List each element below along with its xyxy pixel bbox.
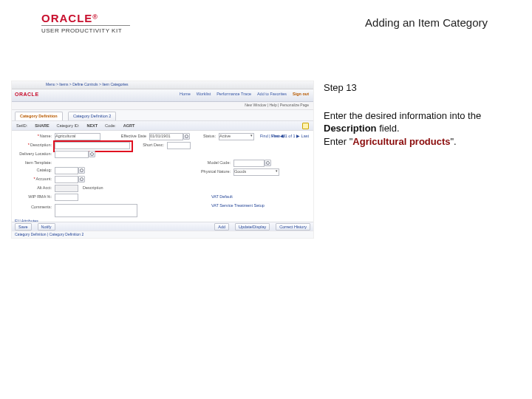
- modelcode-lookup-icon[interactable]: [265, 160, 271, 166]
- tabstrip: Category Definition Category Definition …: [12, 110, 313, 121]
- oracle-logo: ORACLE®: [41, 12, 98, 24]
- account-label: Account:: [15, 177, 52, 181]
- delivloc-lookup-icon[interactable]: [89, 151, 95, 157]
- shortdesc-label: Short Desc:: [134, 143, 164, 147]
- update-button[interactable]: Update/Display: [235, 223, 270, 231]
- delivloc-input[interactable]: [55, 151, 89, 158]
- add-button[interactable]: Add: [214, 223, 229, 231]
- wip-label: WIP RMA %:: [15, 194, 52, 199]
- catalog-lookup-icon[interactable]: [78, 167, 85, 174]
- tab-category-definition[interactable]: Category Definition: [15, 112, 63, 120]
- catid-value: NEXT: [86, 123, 98, 128]
- form-area: Name: Agricultural Effective Date 01/01/…: [12, 131, 313, 219]
- altacct-label: Alt Acct:: [15, 185, 52, 190]
- physnature-select[interactable]: Goods: [233, 168, 279, 176]
- code-value: AGRT: [123, 123, 135, 128]
- detail-header: SetID: SHARE Category ID: NEXT Code: AGR…: [12, 121, 313, 131]
- action-bar: Save Notify Add Update/Display Correct H…: [12, 222, 313, 231]
- modelcode-label: Model Code:: [194, 160, 231, 165]
- altacct-desc-label: Description: [83, 185, 115, 190]
- notify-button[interactable]: Notify: [38, 223, 55, 231]
- instruction-text: Enter the desired information into the D…: [324, 109, 508, 149]
- nav-worklist[interactable]: Worklist: [197, 92, 211, 96]
- vat-default-link[interactable]: VAT Default: [211, 194, 233, 199]
- effdate-label: Effective Date: [102, 134, 146, 138]
- code-label: Code:: [105, 123, 116, 128]
- description-input[interactable]: [55, 142, 130, 149]
- itemtmpl-label: Item Template:: [15, 160, 52, 165]
- setid-value: SHARE: [35, 123, 49, 128]
- catalog-label: Catalog:: [15, 168, 52, 172]
- bottom-tab-links[interactable]: Category Definition | Category Definitio…: [12, 231, 313, 238]
- secondary-bar: New Window | Help | Personalize Page: [12, 102, 313, 110]
- app-screenshot: Menu > Items > Define Controls > Item Ca…: [12, 81, 313, 238]
- app-navbar: ORACLE Home Worklist Performance Trace A…: [12, 89, 313, 102]
- account-input[interactable]: [55, 176, 78, 183]
- shortdesc-input[interactable]: [167, 142, 191, 149]
- app-logo: ORACLE: [15, 92, 39, 97]
- status-select[interactable]: Active: [219, 133, 254, 140]
- altacct-input: [55, 185, 78, 192]
- correct-button[interactable]: Correct History: [276, 223, 310, 231]
- breadcrumb-bar: Menu > Items > Define Controls > Item Ca…: [12, 81, 313, 89]
- catalog-input[interactable]: [55, 167, 78, 174]
- vat-service-link[interactable]: VAT Service Treatment Setup: [211, 203, 265, 208]
- calendar-icon[interactable]: [183, 133, 190, 140]
- wip-input[interactable]: [55, 194, 78, 201]
- nav-signout[interactable]: Sign out: [293, 92, 309, 96]
- detail-icon[interactable]: [302, 123, 309, 129]
- catid-label: Category ID:: [57, 123, 80, 128]
- tab-category-definition-2[interactable]: Category Definition 2: [68, 112, 116, 120]
- nav-perf-trace[interactable]: Performance Trace: [216, 92, 251, 96]
- name-label: Name:: [15, 134, 52, 138]
- step-label: Step 13: [324, 81, 508, 95]
- save-button[interactable]: Save: [15, 223, 32, 231]
- delivloc-label: Delivery Location:: [15, 151, 52, 156]
- nav-add-fav[interactable]: Add to Favorites: [257, 92, 287, 96]
- instruction-panel: Step 13 Enter the desired information in…: [324, 81, 508, 148]
- status-label: Status:: [194, 134, 216, 138]
- nav-home[interactable]: Home: [180, 92, 191, 96]
- page-title: Adding an Item Category: [365, 16, 488, 29]
- secondary-links[interactable]: New Window | Help | Personalize Page: [245, 103, 309, 107]
- breadcrumb: Menu > Items > Define Controls > Item Ca…: [46, 82, 129, 86]
- physnature-label: Physical Nature:: [194, 169, 231, 174]
- name-input[interactable]: Agricultural: [55, 133, 100, 140]
- setid-label: SetID:: [16, 123, 27, 128]
- effdate-input[interactable]: 01/01/1901: [149, 133, 183, 140]
- comments-label: Comments:: [15, 205, 52, 209]
- product-name: USER PRODUCTIVITY KIT: [41, 25, 130, 34]
- description-label: Description:: [15, 143, 52, 147]
- account-lookup-icon[interactable]: [78, 176, 85, 183]
- modelcode-input[interactable]: [233, 160, 265, 167]
- comments-input[interactable]: [55, 204, 137, 217]
